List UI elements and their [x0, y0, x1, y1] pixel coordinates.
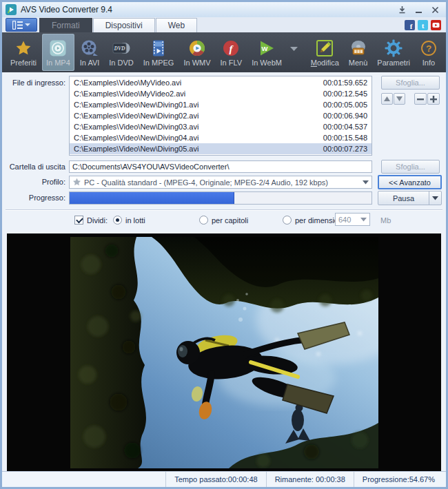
pause-menu-chevron-icon[interactable]	[429, 191, 441, 205]
toolbar-item-info[interactable]: ? Info	[416, 34, 442, 71]
move-down-button[interactable]	[394, 93, 405, 105]
svg-text:t: t	[422, 21, 425, 30]
toolbar-item-in-webm[interactable]: W In WebM	[247, 34, 286, 71]
file-duration: 00:00:06.940	[323, 112, 367, 120]
file-list-row[interactable]: C:\Examples\Video\New\Diving04.avi00:00:…	[70, 132, 371, 143]
format-toolbar: Preferiti In MP4 In AVI DVD In DVD In MP…	[2, 32, 446, 72]
more-formats-chevron-icon[interactable]	[289, 46, 298, 52]
split-radio[interactable]	[113, 216, 122, 225]
split-option-label: per capitoli	[212, 216, 248, 225]
split-checkbox[interactable]	[74, 216, 83, 225]
progress-label: Progresso:	[2, 194, 65, 202]
profile-star-icon	[72, 178, 81, 187]
file-path: C:\Examples\Video\MyVideo2.avi	[74, 90, 185, 98]
progression-percent: Progressione:54.67%	[354, 472, 446, 487]
toolbar-item-in-mp4[interactable]: In MP4	[42, 34, 74, 71]
dvd-icon: DVD	[112, 39, 130, 57]
browse-input-button[interactable]: Sfoglia...	[381, 76, 440, 90]
toolbar-item-preferiti[interactable]: Preferiti	[6, 34, 41, 71]
add-file-button[interactable]	[427, 93, 440, 105]
gear-icon	[385, 39, 403, 57]
chevron-down-icon	[363, 180, 369, 185]
twitter-icon[interactable]: t	[418, 20, 428, 30]
minus-icon	[417, 96, 424, 103]
tab-dispositivi[interactable]: Dispositivi	[93, 18, 155, 32]
file-path: C:\Examples\Video\MyVideo.avi	[74, 79, 181, 87]
toolbar-item-menu[interactable]: Menù	[345, 34, 372, 71]
main-menu-button[interactable]	[6, 18, 37, 32]
size-unit-label: Mb	[380, 216, 391, 225]
divider	[6, 209, 442, 211]
tray-icon[interactable]	[394, 3, 409, 16]
output-folder-input[interactable]: C:\Documents\AVS4YOU\AVSVideoConverter\	[69, 160, 372, 173]
pause-split-button[interactable]: Pausa	[378, 191, 442, 205]
app-logo-icon	[6, 4, 17, 15]
file-duration: 00:00:12.545	[323, 90, 367, 98]
file-duration: 00:00:15.548	[323, 134, 367, 142]
minimize-icon[interactable]	[411, 3, 426, 16]
toolbar-item-in-mpeg[interactable]: In MPEG	[139, 34, 179, 71]
profile-dropdown[interactable]: PC - Qualità standard - (MPEG-4, Origina…	[69, 176, 372, 189]
move-up-button[interactable]	[381, 93, 393, 105]
file-path: C:\Examples\Video\New\Diving04.avi	[74, 134, 198, 142]
svg-text:?: ?	[426, 43, 431, 54]
title-bar: AVS Video Converter 9.4	[2, 2, 446, 17]
menu-disc-icon	[349, 39, 367, 57]
tab-formati[interactable]: Formati	[39, 18, 92, 32]
flash-icon: f	[222, 39, 240, 57]
svg-text:DVD: DVD	[114, 45, 125, 52]
conversion-panel: File di ingresso: C:\Examples\Video\MyVi…	[2, 72, 446, 233]
split-size-dropdown[interactable]: 640	[335, 213, 370, 226]
file-list-row[interactable]: C:\Examples\Video\New\Diving05.avi00:00:…	[70, 143, 371, 154]
film-strip-icon	[150, 39, 167, 57]
close-icon[interactable]	[427, 3, 442, 16]
file-path: C:\Examples\Video\New\Diving05.avi	[74, 145, 198, 153]
toolbar-item-in-avi[interactable]: In AVI	[76, 34, 104, 71]
app-window: AVS Video Converter 9.4 Formati Disposit…	[0, 0, 448, 489]
file-list-row[interactable]: C:\Examples\Video\New\Diving01.avi00:00:…	[70, 99, 371, 110]
file-duration: 00:00:04.537	[323, 123, 367, 131]
split-option-label: in lotti	[125, 216, 145, 225]
input-file-list[interactable]: C:\Examples\Video\MyVideo.avi00:01:59.65…	[69, 76, 372, 156]
tab-web[interactable]: Web	[156, 18, 197, 32]
file-path: C:\Examples\Video\New\Diving01.avi	[74, 101, 198, 109]
profile-value: PC - Qualità standard - (MPEG-4, Origina…	[84, 178, 328, 187]
chevron-down-icon	[25, 23, 30, 27]
browse-output-button[interactable]: Sfoglia...	[381, 160, 440, 174]
toolbar-item-in-flv[interactable]: f In FLV	[216, 34, 247, 71]
file-path: C:\Examples\Video\New\Diving03.avi	[74, 123, 198, 131]
arrow-down-icon	[396, 96, 403, 101]
toolbar-item-modifica[interactable]: Modifica	[307, 34, 343, 71]
pencil-icon	[316, 39, 334, 57]
output-folder-label: Cartella di uscita	[2, 163, 65, 171]
split-label: Dividi:	[87, 216, 108, 225]
file-list-row[interactable]: C:\Examples\Video\New\Diving02.avi00:00:…	[70, 110, 371, 121]
star-icon	[14, 39, 32, 57]
split-radio[interactable]	[283, 216, 292, 225]
video-preview-panel	[7, 233, 441, 471]
remove-file-button[interactable]	[414, 93, 427, 105]
file-list-row[interactable]: C:\Examples\Video\New\Diving03.avi00:00:…	[70, 121, 371, 132]
file-list-row[interactable]: C:\Examples\Video\MyVideo.avi00:01:59.65…	[70, 77, 371, 88]
advanced-button[interactable]: << Avanzato	[378, 175, 442, 189]
toolbar-item-parametri[interactable]: Parametri	[373, 34, 414, 71]
svg-text:f: f	[410, 22, 413, 30]
pause-button[interactable]: Pausa	[378, 191, 429, 205]
file-list-row[interactable]: C:\Examples\Video\MyVideo2.avi00:00:12.5…	[70, 88, 371, 99]
toolbar-item-in-dvd[interactable]: DVD In DVD	[105, 34, 137, 71]
youtube-icon[interactable]	[431, 20, 441, 30]
plus-icon	[430, 96, 437, 103]
arrow-up-icon	[384, 96, 390, 101]
wmv-disc-icon	[188, 39, 206, 57]
split-radio[interactable]	[199, 216, 208, 225]
file-duration: 00:00:07.273	[323, 145, 367, 153]
elapsed-time: Tempo passato:00:00:48	[165, 472, 265, 487]
webm-play-icon: W	[258, 39, 276, 57]
facebook-icon[interactable]: f	[405, 20, 415, 30]
remaining-time: Rimanente: 00:00:38	[266, 472, 354, 487]
file-duration: 00:00:05.005	[323, 101, 367, 109]
chevron-down-icon	[360, 218, 367, 222]
toolbar-item-in-wmv[interactable]: In WMV	[179, 34, 214, 71]
video-preview-frame	[70, 237, 378, 468]
file-path: C:\Examples\Video\New\Diving02.avi	[74, 112, 198, 120]
